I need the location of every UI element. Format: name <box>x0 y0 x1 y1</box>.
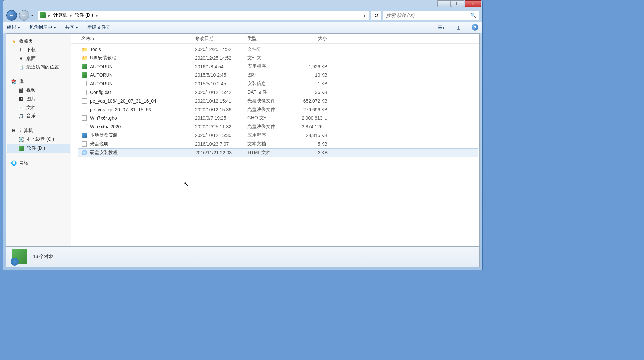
file-date: 2020/12/25 11:32 <box>193 124 245 129</box>
file-date: 2016/10/23 7:07 <box>193 141 245 147</box>
file-row[interactable]: 📁Tools2020/12/25 14:52文件夹 <box>71 45 479 54</box>
file-size: 279,696 KB <box>297 107 330 112</box>
window-controls: ─ ☐ ✕ <box>437 0 481 7</box>
html-icon <box>81 150 87 156</box>
sort-indicator-icon: ▴ <box>93 37 94 40</box>
breadcrumb-separator: ▸ <box>95 13 99 18</box>
sidebar-computer-header[interactable]: 🖥计算机 <box>6 126 71 135</box>
file-row[interactable]: 光盘说明2016/10/23 7:07文本文档5 KB <box>71 140 479 148</box>
file-size: 2,900,813 ... <box>297 115 330 121</box>
column-type[interactable]: 类型 <box>245 36 297 42</box>
sidebar-item-music[interactable]: 🎵音乐 <box>6 112 71 120</box>
file-date: 2020/10/12 15:42 <box>193 90 245 95</box>
help-button[interactable]: ? <box>472 24 478 31</box>
sidebar-item-videos[interactable]: 🎬视频 <box>6 86 71 95</box>
file-date: 2016/11/21 22:03 <box>193 150 245 155</box>
file-row[interactable]: Config.dat2020/10/12 15:42DAT 文件36 KB <box>71 88 479 97</box>
sidebar-item-pictures[interactable]: 🖼图片 <box>6 95 71 103</box>
drive-icon <box>18 146 24 151</box>
computer-icon: 🖥 <box>11 128 17 133</box>
search-icon[interactable]: 🔍 <box>470 13 476 18</box>
file-list-pane: 名称▴ 修改日期 类型 大小 📁Tools2020/12/25 14:52文件夹… <box>71 34 479 246</box>
file-row[interactable]: 📁U盘安装教程2020/12/25 14:52文件夹 <box>71 54 479 62</box>
sidebar-item-recent[interactable]: 📑最近访问的位置 <box>6 63 71 71</box>
file-type: HTML 文档 <box>245 150 297 156</box>
breadcrumb-drive[interactable]: 软件 (D:) <box>73 12 95 18</box>
breadcrumb-computer[interactable]: 计算机 <box>51 12 69 18</box>
file-type: 光盘映像文件 <box>245 98 297 104</box>
sidebar-network-header[interactable]: 🌐网络 <box>6 159 71 167</box>
breadcrumb-separator: ▸ <box>48 13 51 18</box>
back-button[interactable]: ← <box>6 10 17 21</box>
file-type: 文本文档 <box>245 141 297 147</box>
address-dropdown[interactable]: ▾ <box>361 13 367 18</box>
recent-icon: 📑 <box>18 65 24 70</box>
status-bar: 13 个对象 <box>6 247 480 267</box>
file-icon <box>81 89 87 95</box>
sidebar-favorites-header[interactable]: ★收藏夹 <box>6 37 71 46</box>
sidebar-libraries-group: 📚库 🎬视频 🖼图片 📄文档 🎵音乐 <box>6 77 71 120</box>
file-name: pe_yqs_1064_20_07_31_16_04 <box>90 98 156 104</box>
sidebar-libraries-header[interactable]: 📚库 <box>6 77 71 86</box>
sidebar-item-downloads[interactable]: ⬇下载 <box>6 46 71 54</box>
file-row[interactable]: Win7x64_20202020/12/25 11:32光盘映像文件3,874,… <box>71 122 479 131</box>
toolbar: 组织 ▾ 包含到库中 ▾ 共享 ▾ 新建文件夹 ☰ ▾ ◫ ? <box>3 22 482 33</box>
file-name: 本地硬盘安装 <box>90 132 118 138</box>
disc-icon <box>81 107 87 112</box>
file-date: 2020/10/12 15:41 <box>193 98 245 104</box>
chevron-down-icon: ▾ <box>442 25 445 30</box>
file-row[interactable]: Win7x64.gho2019/9/7 19:25GHO 文件2,900,813… <box>71 114 479 122</box>
sidebar-item-drive-d[interactable]: 软件 (D:) <box>7 144 70 153</box>
new-folder-button[interactable]: 新建文件夹 <box>87 24 110 30</box>
column-date[interactable]: 修改日期 <box>193 36 245 42</box>
organize-menu[interactable]: 组织 ▾ <box>7 24 20 30</box>
file-size: 10 KB <box>297 72 330 78</box>
file-name: U盘安装教程 <box>90 55 116 61</box>
file-row[interactable]: 硬盘安装教程2016/11/21 22:03HTML 文档3 KB <box>78 148 478 157</box>
view-mode-button[interactable]: ☰ ▾ <box>437 23 445 31</box>
library-icon: 📚 <box>11 79 17 84</box>
file-row[interactable]: AUTORUN2015/5/10 2:45图标10 KB <box>71 71 479 79</box>
nav-history-dropdown[interactable]: ▾ <box>31 14 36 17</box>
column-size[interactable]: 大小 <box>297 36 330 42</box>
share-menu[interactable]: 共享 ▾ <box>65 24 78 30</box>
sidebar-item-documents[interactable]: 📄文档 <box>6 103 71 112</box>
file-name: Win7x64_2020 <box>90 124 121 129</box>
address-bar[interactable]: ▸ 计算机 ▸ 软件 (D:) ▸ ▾ <box>38 11 369 20</box>
file-size: 36 KB <box>297 90 330 95</box>
chevron-down-icon: ▾ <box>54 25 56 30</box>
file-type: 应用程序 <box>245 132 297 138</box>
explorer-window: ─ ☐ ✕ ← → ▾ ▸ 计算机 ▸ 软件 (D:) ▸ ▾ ↻ 🔍 组织 ▾… <box>3 0 483 270</box>
file-date: 2020/10/12 15:36 <box>193 107 245 112</box>
disc-icon <box>81 124 87 130</box>
preview-pane-button[interactable]: ◫ <box>454 23 462 31</box>
maximize-button[interactable]: ☐ <box>451 0 464 7</box>
search-input[interactable] <box>386 13 470 18</box>
network-icon: 🌐 <box>11 160 17 166</box>
refresh-button[interactable]: ↻ <box>371 11 381 20</box>
file-name: AUTORUN <box>90 72 113 78</box>
forward-button[interactable]: → <box>19 10 29 21</box>
column-headers: 名称▴ 修改日期 类型 大小 <box>71 34 479 44</box>
sidebar-item-desktop[interactable]: 🖥桌面 <box>6 54 71 63</box>
file-list[interactable]: 📁Tools2020/12/25 14:52文件夹📁U盘安装教程2020/12/… <box>71 44 479 246</box>
file-row[interactable]: AUTORUN2015/5/10 2:45安装信息1 KB <box>71 79 479 88</box>
minimize-button[interactable]: ─ <box>437 0 451 7</box>
breadcrumb-separator: ▸ <box>69 13 73 18</box>
column-name[interactable]: 名称▴ <box>79 36 193 42</box>
music-icon: 🎵 <box>18 113 24 119</box>
titlebar: ─ ☐ ✕ <box>3 0 482 9</box>
close-button[interactable]: ✕ <box>465 0 481 7</box>
file-name: 光盘说明 <box>90 141 108 147</box>
drive-icon <box>40 12 46 18</box>
file-name: Tools <box>90 47 101 52</box>
file-row[interactable]: AUTORUN2016/1/8 4:54应用程序1,926 KB <box>71 62 479 71</box>
search-box[interactable]: 🔍 <box>383 11 479 20</box>
file-row[interactable]: pe_yqs_xp_20_07_31_15_532020/10/12 15:36… <box>71 105 479 114</box>
sidebar-item-drive-c[interactable]: 💽本地磁盘 (C:) <box>6 135 71 144</box>
include-library-menu[interactable]: 包含到库中 ▾ <box>29 24 56 30</box>
file-row[interactable]: pe_yqs_1064_20_07_31_16_042020/10/12 15:… <box>71 97 479 105</box>
folder-icon: 📁 <box>81 46 87 52</box>
file-row[interactable]: 本地硬盘安装2020/10/12 15:30应用程序28,315 KB <box>71 131 479 140</box>
file-icon <box>81 81 87 87</box>
